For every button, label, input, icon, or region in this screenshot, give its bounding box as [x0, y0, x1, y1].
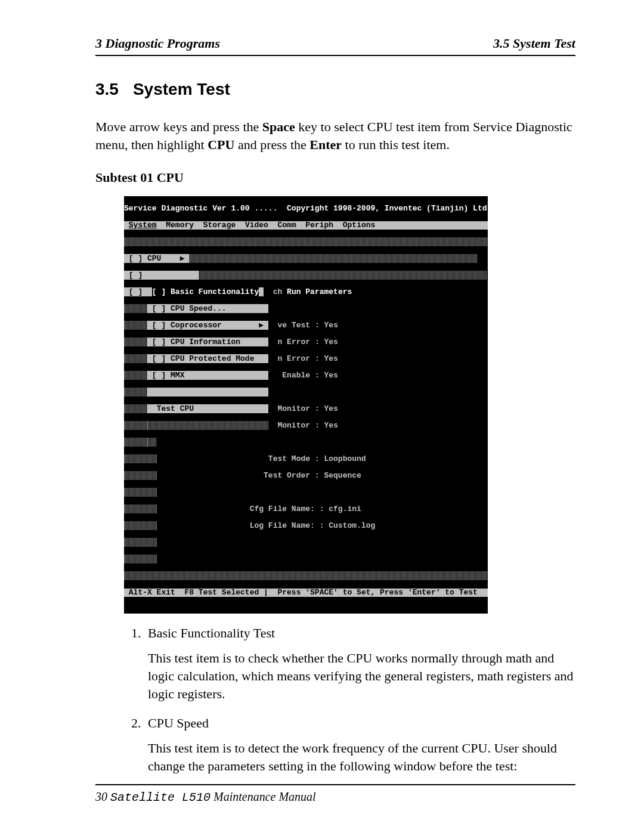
footer-tail: Maintenance Manual — [210, 790, 316, 803]
left-cpu-item[interactable]: [ ] CPU ▶ — [124, 254, 189, 263]
menu-comm[interactable]: Comm — [278, 221, 296, 230]
panel-extra: Test Order : Sequence — [264, 471, 361, 480]
panel-row: ve Test : Yes — [278, 321, 338, 330]
subtest-heading: Subtest 01 CPU — [95, 170, 575, 185]
header-right: 3.5 System Test — [493, 36, 575, 51]
intro-paragraph: Move arrow keys and press the Space key … — [95, 118, 575, 153]
intro-mid2: and press the — [234, 137, 309, 152]
menu-storage[interactable]: Storage — [203, 221, 236, 230]
submenu-basic[interactable]: [ ] Basic Functionality — [152, 287, 259, 296]
intro-space-key: Space — [262, 119, 295, 134]
submenu-mmx[interactable]: [ ] MMX — [147, 371, 268, 380]
panel-row: Monitor : Yes — [277, 421, 338, 430]
submenu-info[interactable]: [ ] CPU Information — [147, 337, 268, 346]
intro-post: to run this test item. — [342, 137, 450, 152]
panel-row: n Error : Yes — [278, 354, 338, 363]
header-rule — [95, 55, 575, 56]
numbered-list: 1.Basic Functionality Test This test ite… — [131, 625, 575, 775]
panel-extra: Test Mode : Loopbound — [264, 454, 366, 463]
dos-screenshot: Service Diagnostic Ver 1.00 ..... Copyri… — [124, 196, 488, 614]
panel-extra: Cfg File Name: : cfg.ini — [250, 504, 361, 513]
list-description: This test item is to detect the work fre… — [148, 739, 575, 775]
list-title: Basic Functionality Test — [148, 625, 275, 640]
intro-cpu: CPU — [208, 137, 234, 152]
section-title-text: System Test — [133, 80, 230, 98]
list-item: 1.Basic Functionality Test This test ite… — [131, 625, 575, 702]
panel-title: Run Parameters — [287, 287, 352, 296]
section-heading: 3.5System Test — [95, 80, 575, 99]
submenu-speed[interactable]: [ ] CPU Speed... — [147, 304, 268, 313]
list-item: 2.CPU Speed This test item is to detect … — [131, 716, 575, 775]
panel-row: n Error : Yes — [278, 337, 338, 346]
panel-extra: Log File Name: : Custom.log — [250, 521, 376, 530]
panel-row: Monitor : Yes — [277, 404, 338, 413]
submenu-coproc[interactable]: [ ] Coprocessor ▶ — [147, 321, 268, 330]
list-description: This test item is to check whether the C… — [148, 649, 575, 702]
list-number: 1. — [131, 625, 148, 641]
submenu-protected[interactable]: [ ] CPU Protected Mode — [147, 354, 268, 363]
dos-hatch — [124, 237, 487, 246]
menu-periph[interactable]: Periph — [305, 221, 333, 230]
menu-memory[interactable]: Memory — [166, 221, 194, 230]
header-left: 3 Diagnostic Programs — [95, 36, 220, 51]
footer-model: Satellite L510 — [110, 791, 210, 804]
dos-menubar: System Memory Storage Video Comm Periph … — [124, 221, 488, 230]
intro-enter-key: Enter — [309, 137, 342, 152]
page-footer: 30 Satellite L510 Maintenance Manual — [95, 784, 575, 804]
dos-footer: Alt-X Exit F8 Test Selected | Press 'SPA… — [124, 589, 488, 597]
chevron-right-icon: ▶ — [259, 321, 264, 330]
menu-video[interactable]: Video — [245, 221, 268, 230]
menu-options[interactable]: Options — [343, 221, 376, 230]
running-header: 3 Diagnostic Programs 3.5 System Test — [95, 36, 575, 55]
footer-rule — [95, 784, 575, 785]
menu-system[interactable]: System — [129, 221, 157, 230]
list-title: CPU Speed — [148, 716, 209, 730]
intro-pre: Move arrow keys and press the — [95, 119, 262, 134]
submenu-footer: Test CPU — [147, 404, 268, 413]
section-number: 3.5 — [95, 80, 119, 98]
panel-row: Enable : Yes — [278, 371, 338, 380]
list-number: 2. — [131, 716, 148, 731]
dos-titlebar: Service Diagnostic Ver 1.00 ..... Copyri… — [124, 204, 491, 213]
page-number: 30 — [95, 790, 107, 803]
